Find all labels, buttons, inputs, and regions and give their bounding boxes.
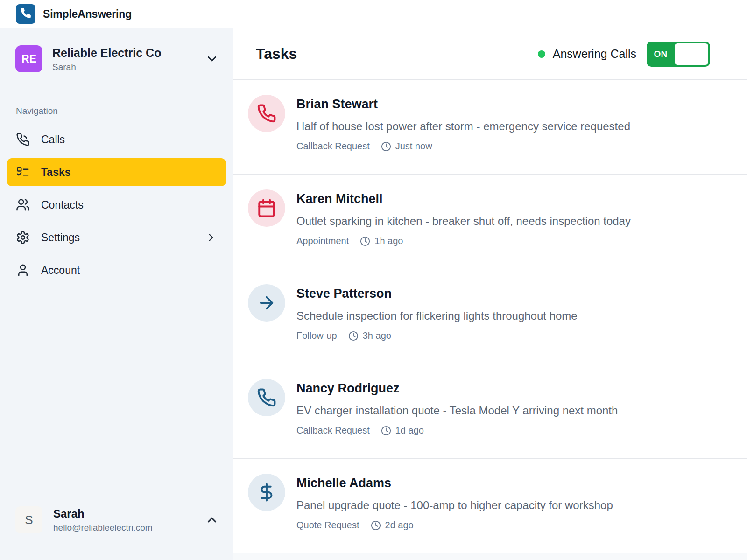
task-name: Brian Stewart <box>296 97 630 112</box>
main-panel: Tasks Answering Calls ON Brian StewartHa… <box>233 28 747 560</box>
user-email: hello@reliableelectri.com <box>53 523 205 533</box>
org-subtitle: Sarah <box>52 62 205 72</box>
task-row[interactable]: Karen MitchellOutlet sparking in kitchen… <box>233 175 747 269</box>
page-title: Tasks <box>256 45 297 63</box>
task-type-label: Follow-up <box>296 330 337 341</box>
task-time: 3h ago <box>363 330 391 341</box>
phone-icon <box>248 95 285 132</box>
sidebar-item-label: Contacts <box>41 199 84 211</box>
sidebar-item-label: Calls <box>41 133 65 146</box>
clock-icon <box>348 331 359 341</box>
phone-icon <box>248 379 285 416</box>
status-dot <box>538 50 545 58</box>
sidebar-item-contacts[interactable]: Contacts <box>7 191 226 219</box>
org-avatar: RE <box>15 45 42 72</box>
answering-status: Answering Calls ON <box>538 42 710 67</box>
answering-toggle[interactable]: ON <box>647 42 710 67</box>
toggle-knob[interactable] <box>675 43 708 65</box>
task-description: Half of house lost power after storm - e… <box>296 119 630 134</box>
sidebar-nav: CallsTasksContactsSettingsAccount <box>0 126 233 284</box>
sidebar: RE Reliable Electric Co Sarah Navigation… <box>0 28 233 560</box>
dollar-icon <box>248 474 285 511</box>
gear-icon <box>16 231 30 245</box>
clock-icon <box>381 426 391 436</box>
phone-icon <box>20 7 32 21</box>
task-time: 1h ago <box>374 236 403 246</box>
chevron-down-icon <box>205 52 219 66</box>
task-time: 1d ago <box>395 425 424 436</box>
app-logo <box>16 4 35 24</box>
main-header: Tasks Answering Calls ON <box>233 28 747 80</box>
status-label: Answering Calls <box>553 47 636 61</box>
sidebar-item-tasks[interactable]: Tasks <box>7 158 226 186</box>
top-bar: SimpleAnswering <box>0 0 747 28</box>
task-row[interactable]: Michelle AdamsPanel upgrade quote - 100-… <box>233 459 747 553</box>
task-name: Nancy Rodriguez <box>296 381 618 396</box>
sidebar-item-calls[interactable]: Calls <box>7 126 226 154</box>
task-time: 2d ago <box>385 520 414 531</box>
person-icon <box>16 263 30 277</box>
task-type-label: Appointment <box>296 236 349 246</box>
task-description: Panel upgrade quote - 100-amp to higher … <box>296 498 613 513</box>
task-type-label: Callback Request <box>296 141 370 152</box>
arrow-right-icon <box>248 284 285 322</box>
org-switcher[interactable]: RE Reliable Electric Co Sarah <box>0 28 233 72</box>
task-description: EV charger installation quote - Tesla Mo… <box>296 403 618 418</box>
sidebar-item-settings[interactable]: Settings <box>7 224 226 252</box>
chevron-up-icon <box>205 513 219 527</box>
task-list: Brian StewartHalf of house lost power af… <box>233 80 747 553</box>
checklist-icon <box>16 165 30 179</box>
user-avatar: S <box>15 506 42 533</box>
sidebar-item-label: Account <box>41 264 80 277</box>
task-row[interactable]: Nancy RodriguezEV charger installation q… <box>233 364 747 459</box>
sidebar-item-account[interactable]: Account <box>7 256 226 284</box>
org-name: Reliable Electric Co <box>52 46 205 60</box>
app-title: SimpleAnswering <box>43 8 132 21</box>
task-name: Michelle Adams <box>296 476 613 491</box>
clock-icon <box>360 236 370 246</box>
calendar-icon <box>248 189 285 227</box>
task-row[interactable]: Steve PattersonSchedule inspection for f… <box>233 269 747 364</box>
sidebar-item-label: Settings <box>41 231 80 244</box>
task-type-label: Callback Request <box>296 425 370 436</box>
task-description: Schedule inspection for flickering light… <box>296 308 578 323</box>
phone-call-icon <box>16 133 30 147</box>
task-type-label: Quote Request <box>296 520 359 531</box>
toggle-on-label: ON <box>647 42 675 67</box>
contacts-icon <box>16 198 30 212</box>
task-time: Just now <box>395 141 432 152</box>
task-name: Steve Patterson <box>296 286 578 301</box>
task-name: Karen Mitchell <box>296 191 631 207</box>
clock-icon <box>381 141 391 152</box>
user-name: Sarah <box>53 507 205 520</box>
sidebar-item-label: Tasks <box>41 166 71 179</box>
nav-section-label: Navigation <box>16 106 233 116</box>
next-row-partial <box>233 553 747 560</box>
task-row[interactable]: Brian StewartHalf of house lost power af… <box>233 80 747 175</box>
task-description: Outlet sparking in kitchen - breaker shu… <box>296 214 631 229</box>
clock-icon <box>371 520 381 531</box>
user-menu[interactable]: S Sarah hello@reliableelectri.com <box>15 506 219 533</box>
chevron-right-icon <box>205 231 217 244</box>
